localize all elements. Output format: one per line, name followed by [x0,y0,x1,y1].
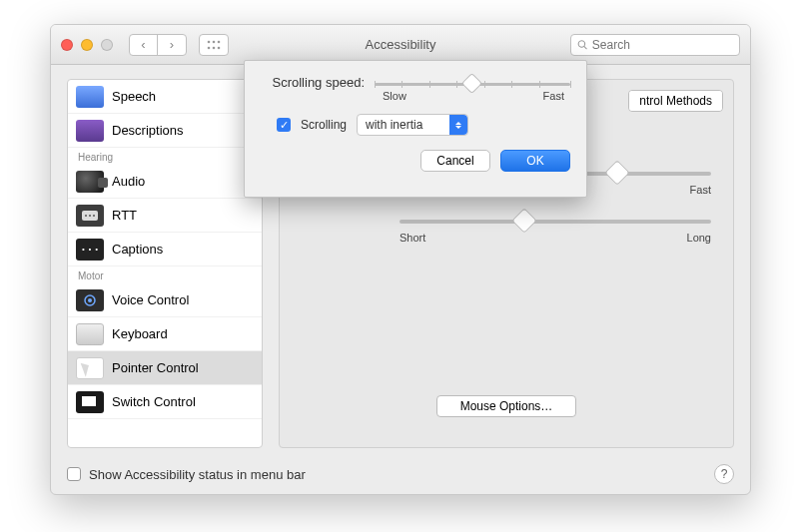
sidebar-item-rtt[interactable]: RTT [68,199,262,233]
sidebar-item-label: RTT [112,208,137,223]
sidebar-item-label: Keyboard [112,326,168,341]
voice-control-icon [76,289,104,311]
show-status-label: Show Accessibility status in menu bar [89,467,306,482]
select-stepper-icon [449,115,467,135]
audio-icon [76,171,104,193]
speed-max-label: Fast [543,90,564,102]
svg-point-7 [85,215,87,217]
sidebar-item-label: Switch Control [112,394,196,409]
slider-max-label: Long [687,232,711,244]
scrolling-inertia-select[interactable]: with inertia [357,114,468,136]
show-status-checkbox[interactable] [67,467,81,481]
svg-point-8 [89,215,91,217]
sidebar-item-speech[interactable]: Speech [68,80,262,114]
sidebar-category-motor: Motor [68,266,262,283]
tab-control-methods[interactable]: ntrol Methods [629,91,722,111]
cancel-button[interactable]: Cancel [420,150,490,172]
sidebar[interactable]: Speech Descriptions Hearing Audio RTT · … [67,79,263,448]
delay-slider[interactable]: Short Long [400,220,711,244]
tab-row: ntrol Methods [628,90,723,112]
svg-point-1 [213,40,216,43]
window-controls [61,39,113,51]
slider-knob[interactable] [605,160,630,185]
select-value: with inertia [366,118,422,132]
speed-min-label: Slow [383,90,406,102]
slider-max-label: Fast [690,184,711,196]
back-button[interactable]: ‹ [130,35,158,55]
sidebar-item-label: Pointer Control [112,360,199,375]
svg-point-4 [213,46,216,49]
sidebar-category-hearing: Hearing [68,148,262,165]
sidebar-item-label: Audio [112,174,145,189]
scrolling-checkbox[interactable]: ✓ [277,118,291,132]
search-icon [577,39,588,51]
svg-point-2 [218,40,221,43]
switch-control-icon [76,391,104,413]
slider-min-label: Short [400,232,425,244]
rtt-icon [76,205,104,227]
sidebar-item-switch-control[interactable]: Switch Control [68,385,262,419]
descriptions-icon [76,120,104,142]
zoom-window-button[interactable] [101,39,113,51]
mouse-options-sheet: Scrolling speed: Slow Fast ✓ Scrolling w… [244,60,587,198]
captions-icon: · · · [76,239,104,261]
search-field[interactable] [570,34,740,56]
pointer-control-icon [76,357,104,379]
close-window-button[interactable] [61,39,73,51]
forward-button[interactable]: › [158,35,186,55]
sidebar-item-label: Speech [112,89,156,104]
help-button[interactable]: ? [714,464,734,484]
titlebar: ‹ › Accessibility [51,25,750,65]
slider-knob[interactable] [511,208,536,233]
mouse-options-button[interactable]: Mouse Options… [436,395,576,417]
minimize-window-button[interactable] [81,39,93,51]
scrolling-label: Scrolling [301,118,347,132]
sidebar-item-captions[interactable]: · · · Captions [68,233,262,266]
sidebar-item-descriptions[interactable]: Descriptions [68,114,262,148]
control-methods-tabs[interactable]: ntrol Methods [628,90,723,112]
nav-back-forward: ‹ › [129,34,187,56]
footer: Show Accessibility status in menu bar ? [51,454,750,494]
sidebar-item-label: Descriptions [112,123,184,138]
svg-point-3 [208,46,211,49]
search-input[interactable] [592,38,733,52]
sidebar-item-voice-control[interactable]: Voice Control [68,283,262,317]
ok-button[interactable]: OK [500,150,570,172]
svg-point-9 [93,215,95,217]
sidebar-item-keyboard[interactable]: Keyboard [68,317,262,351]
svg-point-5 [218,46,221,49]
sidebar-item-audio[interactable]: Audio [68,165,262,199]
scrolling-speed-label: Scrolling speed: [261,75,365,90]
sidebar-item-pointer-control[interactable]: Pointer Control [68,351,262,385]
svg-point-0 [208,40,211,43]
sidebar-item-label: Voice Control [112,292,189,307]
show-all-button[interactable] [199,34,229,56]
speech-icon [76,86,104,108]
svg-point-11 [88,298,92,302]
scrolling-speed-slider[interactable] [375,83,570,86]
keyboard-icon [76,323,104,345]
sidebar-item-label: Captions [112,242,163,257]
